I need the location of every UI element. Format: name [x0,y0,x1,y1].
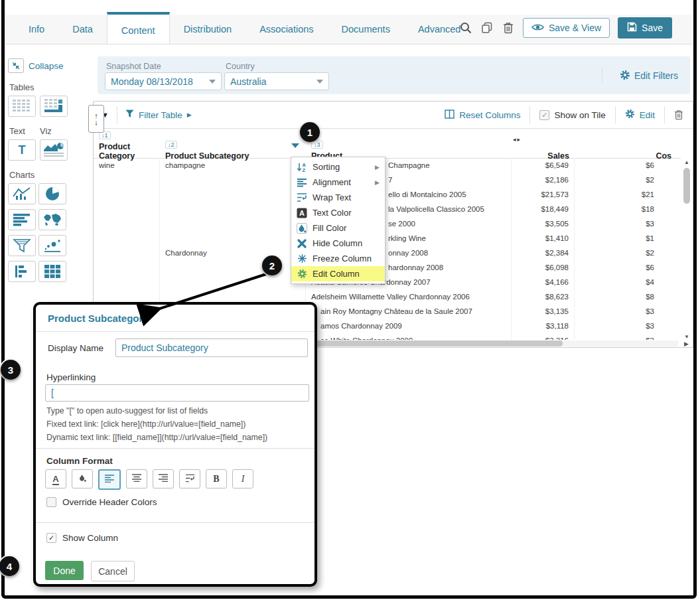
menu-item-label: Hide Column [313,238,362,248]
menu-item-freeze-column[interactable]: Freeze Column [291,251,385,266]
scatter-chart-icon[interactable] [38,235,66,256]
text-widget-icon[interactable]: T [8,139,36,161]
panel-resize-handle[interactable]: ↑↓ [88,105,104,133]
pareto-chart-icon[interactable] [8,261,36,282]
override-header-colors-toggle[interactable]: ✓ Override Header Colors [46,497,157,507]
reset-columns-icon [445,110,455,121]
table-row[interactable]: winechampagneChampagne$6,549$6 [94,158,681,173]
delete-table-button[interactable] [665,110,693,120]
table-row[interactable]: hardonnay 2008$6,098$6 [94,260,681,275]
snapshot-date-label: Snapshot Date [106,62,161,71]
funnel-chart-icon[interactable] [8,235,36,256]
duplicate-icon[interactable] [480,21,494,35]
cell-cost: $4 [575,275,681,289]
filter-table-button[interactable]: Filter Table ▶ [125,110,192,120]
scroll-up-icon[interactable]: ▲ [682,159,691,165]
show-column-toggle[interactable]: ✓ Show Column [46,533,118,543]
table-row[interactable]: rkling Wine$1,410$1 [94,231,681,246]
save-button[interactable]: Save [618,17,672,38]
divider [36,522,315,523]
collapse-label: Collapse [29,61,64,71]
country-select[interactable]: Australia [224,72,329,90]
show-column-checkbox[interactable]: ✓ [46,533,56,543]
viz-widget-icon[interactable] [40,139,68,161]
text-color-button[interactable]: A [45,469,66,489]
override-header-colors-checkbox[interactable]: ✓ [46,497,56,507]
table-row[interactable]: Acacia Carneros Chardonnay 2007$4,166$4 [94,275,681,289]
text-color-icon: A [52,474,58,484]
cell-sales: $2,384 [512,246,575,260]
table-row[interactable]: ello di Montalcino 2005$21,573$21 [94,187,681,202]
align-left-button[interactable] [98,469,121,490]
menu-item-text-color[interactable]: AText Color [291,205,385,220]
edit-table-button[interactable]: Edit [616,109,664,121]
tab-data[interactable]: Data [58,15,107,44]
scroll-right-icon[interactable]: ▶ [684,340,689,347]
cancel-button[interactable]: Cancel [91,561,135,581]
search-icon[interactable] [459,21,472,35]
show-on-tile-label: Show on Tile [554,110,605,120]
line-chart-icon[interactable] [8,183,36,204]
align-center-button[interactable] [126,469,147,489]
collapse-button[interactable]: Collapse [8,58,88,73]
table-row[interactable]: Chardonnayonnay 2008$2,384$2 [94,246,681,260]
vertical-scrollbar[interactable]: ▲ ▼ [682,159,691,340]
cell-product-subcategory [160,173,306,187]
menu-item-alignment[interactable]: Alignment▶ [291,175,385,190]
cell-sales: $3,135 [512,304,575,319]
table-row[interactable]: 7$2,186$2 [94,173,681,187]
cell-product: Adelsheim Willamette Valley Chardonnay 2… [306,289,512,304]
show-on-tile-toggle[interactable]: ✓ Show on Tile [530,110,614,120]
menu-item-hide-column[interactable]: Hide Column [291,236,385,251]
svg-text:A: A [299,209,305,217]
edit-filters-label: Edit Filters [634,70,678,81]
charts-section-label: Charts [9,170,88,180]
done-button[interactable]: Done [45,561,84,580]
table-row[interactable]: la Valpolicella Classico 2005$18,449$18 [94,202,681,216]
hyperlinking-value: [ [51,388,54,398]
save-and-view-button[interactable]: Save & View [523,18,610,38]
tab-distribution[interactable]: Distribution [170,15,246,44]
pie-chart-icon[interactable] [38,183,66,204]
snapshot-date-select[interactable]: Monday 08/13/2018 [105,72,222,90]
table-chart-widget-icon[interactable] [40,96,68,117]
trash-icon[interactable] [502,21,515,35]
bold-button[interactable]: B [206,469,227,489]
menu-item-fill-color[interactable]: Fill Color [291,220,385,236]
wrap-text-button[interactable] [179,469,200,489]
cell-cost: $8 [575,289,681,304]
tables-section-label: Tables [9,82,88,92]
fill-color-button[interactable] [72,469,93,489]
edit-filters-button[interactable]: Edit Filters [602,68,678,83]
tab-documents[interactable]: Documents [328,15,404,44]
cell-sales: $6,549 [512,158,575,173]
scroll-down-icon[interactable]: ▼ [682,334,691,340]
table-row[interactable]: se 2000$3,505$3 [94,216,681,231]
wrap-text-icon [185,474,195,485]
menu-item-sorting[interactable]: AZSorting▶ [291,159,385,175]
bar-chart-icon[interactable] [8,209,36,230]
show-on-tile-checkbox[interactable]: ✓ [539,110,549,120]
bold-icon: B [213,474,219,485]
italic-button[interactable]: I [232,469,253,489]
table-widget-icon[interactable] [8,96,36,117]
map-chart-icon[interactable] [38,209,66,230]
grid-chart-icon[interactable] [38,261,66,282]
tab-content[interactable]: Content [107,12,170,44]
tab-info[interactable]: Info [15,15,58,44]
column-resize-handle[interactable]: ◂▸ [513,136,522,143]
display-name-input[interactable]: Product Subcategory [115,339,308,357]
vertical-scrollbar-thumb[interactable] [683,168,690,204]
cell-product-subcategory: Chardonnay [160,246,306,260]
hyperlinking-input[interactable]: [ [45,384,309,402]
menu-item-edit-column[interactable]: Edit Column [291,266,385,281]
align-right-button[interactable] [153,469,174,489]
menu-item-wrap-text[interactable]: Wrap Text [291,190,385,205]
tab-associations[interactable]: Associations [245,15,327,44]
chevron-down-icon [316,80,323,84]
reset-columns-button[interactable]: Reset Columns [435,110,529,121]
cell-cost: $3 [575,319,681,333]
cell-product-category [94,202,160,216]
column-menu-trigger-icon[interactable] [291,143,299,148]
cell-product: ain Roy Montagny Château de la Saule 200… [306,304,512,319]
